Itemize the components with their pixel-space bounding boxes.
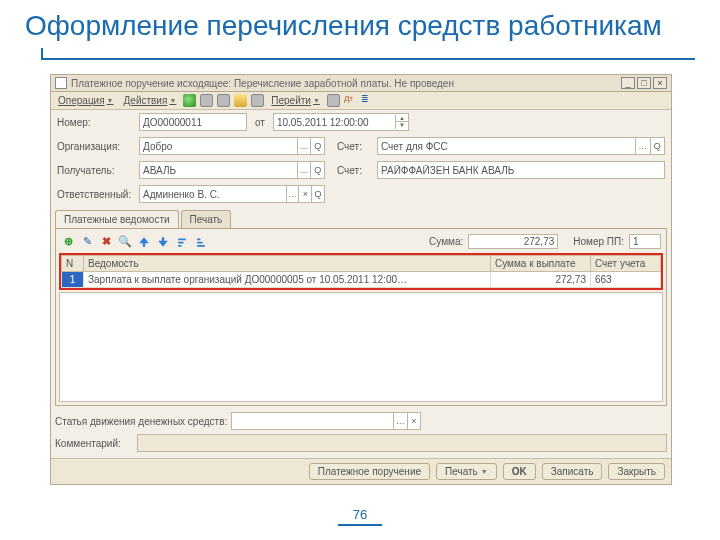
main-toolbar: Операция ▼ Действия ▼ Перейти ▼ Дт ≣ [51, 92, 671, 110]
col-vedomost[interactable]: Ведомость [84, 256, 491, 272]
clear-icon[interactable]: × [407, 413, 421, 429]
col-n[interactable]: N [62, 256, 84, 272]
move-up-icon[interactable] [137, 235, 151, 249]
ellipsis-icon[interactable]: … [635, 138, 649, 154]
grid-table: N Ведомость Сумма к выплате Счет учета 1… [61, 255, 661, 288]
row-n: 1 [62, 272, 84, 288]
row-sum: 272,73 [491, 272, 591, 288]
number-label: Номер: [57, 117, 135, 128]
payment-order-button[interactable]: Платежное поручение [309, 463, 430, 480]
sort-asc-icon[interactable] [175, 235, 189, 249]
lookup-icon[interactable]: Q [310, 138, 324, 154]
tabbar: Платежные ведомости Печать [51, 210, 671, 228]
date-spinner[interactable]: ▲▼ [395, 115, 408, 129]
slide-title: Оформление перечисления средств работник… [0, 0, 720, 46]
footer-buttons: Платежное поручение Печать▼ OK Записать … [51, 458, 671, 484]
cashflow-label: Статья движения денежных средств: [55, 416, 227, 427]
structure-icon[interactable] [251, 94, 264, 107]
recv-label: Получатель: [57, 165, 135, 176]
copy-icon[interactable] [217, 94, 230, 107]
recv-input[interactable]: … Q [139, 161, 325, 179]
ellipsis-icon[interactable]: … [286, 186, 299, 202]
add-row-icon[interactable]: ⊕ [61, 235, 75, 249]
title-divider [25, 48, 695, 62]
grid-toolbar: ⊕ ✎ ✖ 🔍 Сумма: 272,73 Номер ПП: 1 [59, 232, 663, 253]
lookup-icon[interactable]: Q [310, 162, 324, 178]
minimize-button[interactable]: _ [621, 77, 635, 89]
print-button[interactable]: Печать▼ [436, 463, 497, 480]
app-window: Платежное поручение исходящее: Перечисле… [50, 74, 672, 485]
col-sum[interactable]: Сумма к выплате [491, 256, 591, 272]
grid-empty-area [59, 292, 663, 402]
close-footer-button[interactable]: Закрыть [608, 463, 665, 480]
post-icon[interactable] [183, 94, 196, 107]
comment-input[interactable] [137, 434, 667, 452]
tab-vedomosti[interactable]: Платежные ведомости [55, 210, 179, 228]
ok-button[interactable]: OK [503, 463, 536, 480]
clear-icon[interactable]: × [298, 186, 311, 202]
titlebar: Платежное поручение исходящее: Перечисле… [51, 75, 671, 92]
row-account: 663 [591, 272, 661, 288]
close-button[interactable]: × [653, 77, 667, 89]
sum-value: 272,73 [468, 234, 558, 249]
number-input[interactable] [139, 113, 247, 131]
ellipsis-icon[interactable]: … [297, 162, 311, 178]
actions-menu[interactable]: Действия ▼ [121, 94, 180, 107]
sum-label: Сумма: [429, 236, 463, 247]
settings-icon[interactable]: ≣ [361, 94, 374, 107]
acc-input[interactable]: … Q [377, 137, 665, 155]
edit-row-icon[interactable]: ✎ [80, 235, 94, 249]
lookup-icon[interactable]: Q [650, 138, 664, 154]
goto-menu[interactable]: Перейти ▼ [268, 94, 323, 107]
from-label: от [255, 117, 265, 128]
grid-highlight: N Ведомость Сумма к выплате Счет учета 1… [59, 253, 663, 290]
org-label: Организация: [57, 141, 135, 152]
bank-label: Счет: [337, 165, 373, 176]
tab-panel: ⊕ ✎ ✖ 🔍 Сумма: 272,73 Номер ПП: 1 N Ведо… [55, 228, 667, 406]
operation-menu[interactable]: Операция ▼ [55, 94, 117, 107]
save-icon[interactable] [200, 94, 213, 107]
resp-label: Ответственный: [57, 189, 135, 200]
npp-value[interactable]: 1 [629, 234, 661, 249]
ellipsis-icon[interactable]: … [297, 138, 311, 154]
acc-label: Счет: [337, 141, 373, 152]
dt-kt-icon[interactable]: Дт [344, 94, 357, 107]
resp-input[interactable]: … × Q [139, 185, 325, 203]
find-icon[interactable]: 🔍 [118, 235, 132, 249]
restore-button[interactable]: □ [637, 77, 651, 89]
lookup-icon[interactable]: Q [311, 186, 324, 202]
npp-label: Номер ПП: [573, 236, 624, 247]
sort-desc-icon[interactable] [194, 235, 208, 249]
table-row[interactable]: 1 Зарплата к выплате организаций ДО00000… [62, 272, 661, 288]
date-input[interactable]: ▲▼ [273, 113, 409, 131]
move-down-icon[interactable] [156, 235, 170, 249]
comment-label: Комментарий: [55, 438, 133, 449]
bank-input[interactable] [377, 161, 665, 179]
cashflow-input[interactable]: … × [231, 412, 421, 430]
ellipsis-icon[interactable]: … [393, 413, 407, 429]
help-icon[interactable] [327, 94, 340, 107]
col-account[interactable]: Счет учета [591, 256, 661, 272]
window-title: Платежное поручение исходящее: Перечисле… [71, 78, 454, 89]
window-icon [55, 77, 67, 89]
org-input[interactable]: … Q [139, 137, 325, 155]
tab-print[interactable]: Печать [181, 210, 232, 228]
page-number: 76 [0, 507, 720, 526]
refresh-icon[interactable] [234, 94, 247, 107]
delete-row-icon[interactable]: ✖ [99, 235, 113, 249]
row-vedomost: Зарплата к выплате организаций ДО0000000… [84, 272, 491, 288]
save-button[interactable]: Записать [542, 463, 603, 480]
